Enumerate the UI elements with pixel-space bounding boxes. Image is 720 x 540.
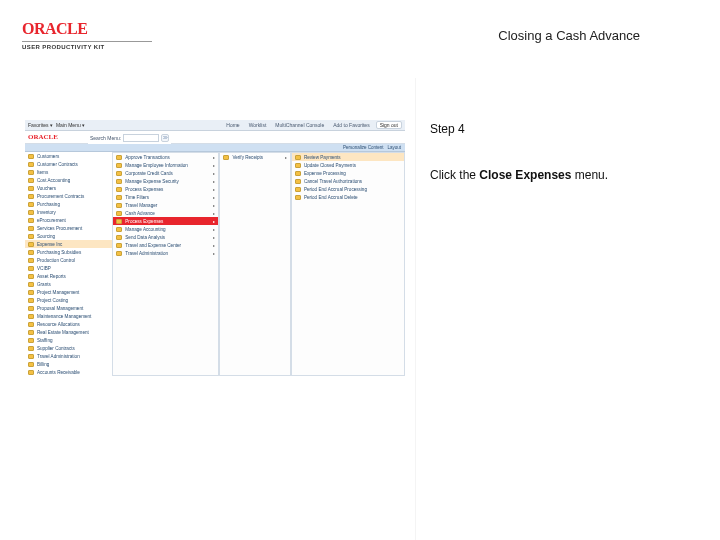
menu-item[interactable]: Cost Accounting	[25, 176, 112, 184]
menu-item[interactable]: Review Payments	[292, 153, 404, 161]
favorites-menu[interactable]: Favorites ▾	[28, 122, 53, 128]
menu-item[interactable]: eProcurement	[25, 216, 112, 224]
menu-item[interactable]: Travel and Expense Center▸	[113, 241, 218, 249]
menu-item-label: Services Procurement	[37, 226, 82, 231]
vertical-divider	[415, 78, 416, 540]
menu-item[interactable]: Travel Manager▸	[113, 201, 218, 209]
menu-item-label: Purchasing Subsidies	[37, 250, 81, 255]
menu-item[interactable]: Travel Administration▸	[113, 249, 218, 257]
menu-item[interactable]: Accounts Receivable	[25, 368, 112, 376]
menu-item[interactable]: Project Management	[25, 288, 112, 296]
menu-item[interactable]: Verify Receipts▸	[220, 153, 289, 161]
menu-item[interactable]: Vouchers	[25, 184, 112, 192]
menu-item-label: Corporate Credit Cards	[125, 171, 173, 176]
signout-button[interactable]: Sign out	[376, 121, 402, 129]
menu-item[interactable]: Update Closed Payments	[292, 161, 404, 169]
folder-icon	[28, 210, 34, 215]
chevron-right-icon: ▸	[213, 227, 215, 232]
step-text: Click the Close Expenses menu.	[430, 166, 690, 184]
menu-item[interactable]: Travel Administration	[25, 352, 112, 360]
menu-item[interactable]: Maintenance Management	[25, 312, 112, 320]
menu-item[interactable]: Expense Processing	[292, 169, 404, 177]
oracle-logo: ORACLE	[22, 20, 152, 38]
folder-icon	[28, 194, 34, 199]
menu-item[interactable]: Manage Expense Security▸	[113, 177, 218, 185]
folder-icon	[28, 186, 34, 191]
folder-icon	[116, 187, 122, 192]
menu-item[interactable]: Inventory	[25, 208, 112, 216]
personalize-link[interactable]: Personalize Content	[343, 145, 384, 150]
menu-item-label: Proposal Management	[37, 306, 83, 311]
chevron-right-icon: ▸	[213, 219, 215, 224]
menu-item[interactable]: Production Control	[25, 256, 112, 264]
menu-item[interactable]: Approve Transactions▸	[113, 153, 218, 161]
folder-icon	[28, 162, 34, 167]
menu-item-label: Approve Transactions	[125, 155, 169, 160]
folder-icon	[28, 314, 34, 319]
chevron-right-icon: ▸	[213, 235, 215, 240]
folder-icon	[28, 322, 34, 327]
menu-item[interactable]: Purchasing Subsidies	[25, 248, 112, 256]
menu-item[interactable]: Process Expenses▸	[113, 185, 218, 193]
menu-item-label: Inventory	[37, 210, 56, 215]
folder-icon	[28, 154, 34, 159]
menu-item[interactable]: Purchasing	[25, 200, 112, 208]
menu-item[interactable]: Send Data Analysis▸	[113, 233, 218, 241]
menu-item-label: Send Data Analysis	[125, 235, 165, 240]
folder-icon	[295, 171, 301, 176]
menu-item-label: Manage Employee Information	[125, 163, 188, 168]
menu-item[interactable]: Manage Employee Information▸	[113, 161, 218, 169]
menu-item[interactable]: Grants	[25, 280, 112, 288]
folder-icon	[28, 250, 34, 255]
menu-item[interactable]: VCIBP	[25, 264, 112, 272]
menu-item[interactable]: Items	[25, 168, 112, 176]
topbar-link[interactable]: Add to Favorites	[330, 122, 372, 128]
main-menu[interactable]: Main Menu ▾	[56, 122, 85, 128]
menu-item[interactable]: Customer Contracts	[25, 160, 112, 168]
topbar-link[interactable]: Worklist	[246, 122, 270, 128]
menu-item[interactable]: Process Expenses▸	[113, 217, 218, 225]
folder-icon	[28, 330, 34, 335]
menu-item[interactable]: Corporate Credit Cards▸	[113, 169, 218, 177]
menu-item[interactable]: Expense Inc	[25, 240, 112, 248]
menu-item[interactable]: Project Costing	[25, 296, 112, 304]
menu-item-label: Cash Advance	[125, 211, 155, 216]
folder-icon	[116, 251, 122, 256]
search-go-button[interactable]	[161, 134, 169, 142]
menu-item[interactable]: Asset Reports	[25, 272, 112, 280]
menu-item[interactable]: Period End Accrual Delete	[292, 193, 404, 201]
topbar-link[interactable]: MultiChannel Console	[272, 122, 327, 128]
menu-item[interactable]: Proposal Management	[25, 304, 112, 312]
menu-item[interactable]: Supplier Contracts	[25, 344, 112, 352]
menu-item[interactable]: Cash Advance▸	[113, 209, 218, 217]
menu-item-label: Project Costing	[37, 298, 68, 303]
menu-item-label: Time Filters	[125, 195, 149, 200]
chevron-right-icon: ▸	[213, 155, 215, 160]
menu-item[interactable]: Procurement Contracts	[25, 192, 112, 200]
folder-icon	[28, 282, 34, 287]
menu-item[interactable]: Services Procurement	[25, 224, 112, 232]
menu-item[interactable]: Sourcing	[25, 232, 112, 240]
menu-item-label: Expense Processing	[304, 171, 346, 176]
chevron-right-icon: ▸	[213, 187, 215, 192]
search-input[interactable]	[123, 134, 159, 142]
topbar-link[interactable]: Home	[223, 122, 242, 128]
layout-link[interactable]: Layout	[387, 145, 401, 150]
menu-item[interactable]: Manage Accounting▸	[113, 225, 218, 233]
menu-col-3: Verify Receipts▸	[219, 152, 290, 376]
menu-item-label: Travel Administration	[125, 251, 168, 256]
menu-item[interactable]: Time Filters▸	[113, 193, 218, 201]
menu-item[interactable]: Staffing	[25, 336, 112, 344]
page-title: Closing a Cash Advance	[498, 28, 640, 43]
menu-item[interactable]: Billing	[25, 360, 112, 368]
menu-item[interactable]: Cancel Travel Authorizations	[292, 177, 404, 185]
menu-item[interactable]: Real Estate Management	[25, 328, 112, 336]
menu-col-2: Approve Transactions▸Manage Employee Inf…	[112, 152, 219, 376]
step-text-post: menu.	[571, 168, 608, 182]
menu-item[interactable]: Period End Accrual Processing	[292, 185, 404, 193]
menu-item[interactable]: Customers	[25, 152, 112, 160]
menu-item[interactable]: Resource Allocations	[25, 320, 112, 328]
menu-item-label: Billing	[37, 362, 49, 367]
menu-item-label: Project Management	[37, 290, 79, 295]
chevron-right-icon: ▸	[213, 203, 215, 208]
